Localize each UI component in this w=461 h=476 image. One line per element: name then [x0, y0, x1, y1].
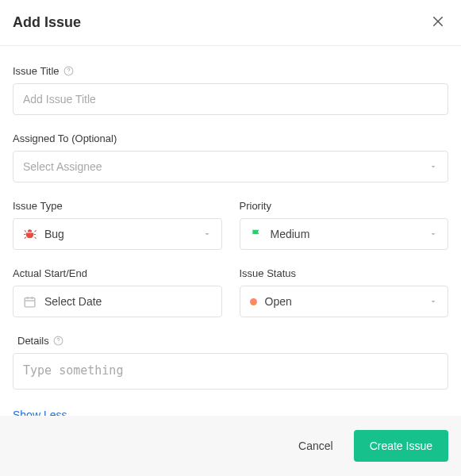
issue-title-label: Issue Title — [13, 65, 60, 77]
date-status-row: Actual Start/End Select Date Issue Statu… — [13, 267, 448, 335]
assigned-to-group: Assigned To (Optional) Select Assignee — [13, 132, 448, 182]
priority-label: Priority — [240, 200, 449, 212]
close-icon — [431, 14, 445, 31]
issue-type-group: Issue Type Bug — [13, 200, 222, 250]
assigned-to-select[interactable]: Select Assignee — [13, 151, 448, 182]
help-icon[interactable] — [53, 336, 63, 346]
assigned-to-placeholder: Select Assignee — [23, 160, 102, 173]
create-issue-button[interactable]: Create Issue — [354, 430, 448, 462]
actual-start-end-picker[interactable]: Select Date — [13, 286, 222, 317]
add-issue-modal: Add Issue Issue Title Assigned To (Optio… — [0, 0, 461, 476]
chevron-down-icon — [428, 162, 438, 171]
help-icon[interactable] — [63, 66, 74, 76]
close-button[interactable] — [428, 11, 448, 34]
status-dot-icon — [250, 298, 257, 305]
issue-type-select[interactable]: Bug — [13, 218, 222, 250]
assigned-to-label: Assigned To (Optional) — [13, 132, 448, 144]
issue-title-input[interactable] — [13, 83, 448, 115]
priority-value: Medium — [271, 228, 310, 240]
details-label-row: Details — [17, 335, 448, 347]
date-placeholder: Select Date — [44, 295, 102, 308]
svg-rect-4 — [25, 298, 35, 306]
chevron-down-icon — [428, 229, 438, 239]
issue-status-label: Issue Status — [240, 267, 449, 279]
priority-group: Priority Medium — [240, 200, 449, 250]
actual-start-end-label: Actual Start/End — [13, 267, 222, 279]
details-input[interactable] — [13, 353, 448, 390]
issue-status-group: Issue Status Open — [240, 267, 449, 317]
actual-start-end-group: Actual Start/End Select Date — [13, 267, 222, 317]
modal-header: Add Issue — [0, 0, 461, 46]
show-less-toggle[interactable]: Show Less — [13, 409, 67, 416]
svg-point-9 — [58, 343, 59, 344]
calendar-icon — [23, 295, 36, 309]
issue-type-label: Issue Type — [13, 200, 222, 212]
chevron-down-icon — [428, 297, 438, 306]
bug-icon — [23, 228, 36, 241]
priority-select[interactable]: Medium — [240, 218, 449, 250]
details-label: Details — [17, 335, 49, 347]
svg-point-3 — [68, 73, 69, 74]
type-priority-row: Issue Type Bug Priority — [13, 200, 448, 267]
flag-icon — [250, 228, 263, 240]
details-group: Details — [13, 335, 448, 393]
modal-title: Add Issue — [13, 14, 81, 31]
issue-status-select[interactable]: Open — [240, 286, 449, 317]
issue-type-value: Bug — [44, 228, 64, 240]
chevron-down-icon — [202, 229, 212, 239]
issue-title-group: Issue Title — [13, 65, 448, 115]
cancel-button[interactable]: Cancel — [294, 433, 338, 459]
issue-title-label-row: Issue Title — [13, 65, 448, 77]
modal-footer: Cancel Create Issue — [0, 416, 461, 476]
issue-status-value: Open — [265, 295, 292, 308]
modal-body: Issue Title Assigned To (Optional) Selec… — [0, 46, 461, 416]
